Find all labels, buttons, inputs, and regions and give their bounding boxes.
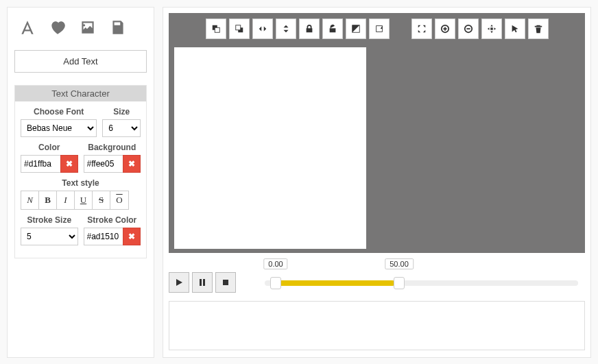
svg-rect-10 <box>223 280 228 285</box>
canvas-page[interactable] <box>174 47 366 249</box>
close-icon: ✖ <box>128 232 135 241</box>
timeline-controls <box>169 272 236 293</box>
send-back-button[interactable] <box>229 19 250 39</box>
clear-background-button[interactable]: ✖ <box>123 155 141 173</box>
style-overline-button[interactable]: O <box>110 191 128 209</box>
stroke-color-input[interactable] <box>84 228 123 245</box>
background-label: Background <box>84 143 141 152</box>
svg-rect-1 <box>215 27 219 32</box>
timeline-track[interactable]: 0.00 50.00 <box>265 260 578 294</box>
play-button[interactable] <box>169 272 189 293</box>
start-handle[interactable] <box>270 277 281 289</box>
move-button[interactable] <box>481 19 502 39</box>
text-tool-icon[interactable] <box>19 19 36 36</box>
text-style-label: Text style <box>21 178 141 188</box>
output-area[interactable] <box>169 301 585 350</box>
style-bold-button[interactable]: B <box>39 191 57 209</box>
font-select[interactable]: Bebas Neue <box>21 119 97 137</box>
pointer-button[interactable] <box>505 19 525 39</box>
save-icon[interactable] <box>109 19 127 36</box>
stroke-size-label: Stroke Size <box>21 215 78 225</box>
svg-rect-3 <box>235 25 240 30</box>
timeline: 0.00 50.00 <box>169 260 585 294</box>
flip-vertical-button[interactable] <box>276 19 296 39</box>
stroke-size-select[interactable]: 5 <box>21 228 78 245</box>
svg-rect-8 <box>200 279 202 286</box>
svg-rect-9 <box>203 279 205 286</box>
font-label: Choose Font <box>21 107 97 117</box>
expand-button[interactable] <box>411 19 432 39</box>
crop-button[interactable] <box>369 19 390 39</box>
text-character-panel: Text Character Choose Font Bebas Neue Si… <box>14 85 147 258</box>
end-time-label: 50.00 <box>385 258 414 269</box>
stop-button[interactable] <box>215 272 236 293</box>
canvas-toolbar <box>169 19 585 39</box>
color-input[interactable] <box>21 155 60 173</box>
size-select[interactable]: 6 <box>102 119 141 137</box>
clear-stroke-color-button[interactable]: ✖ <box>123 228 141 245</box>
bring-front-button[interactable] <box>206 19 226 39</box>
clear-color-button[interactable]: ✖ <box>60 155 78 173</box>
panel-title: Text Character <box>15 86 146 101</box>
sidebar: Add Text Text Character Choose Font Beba… <box>7 7 154 358</box>
canvas-area[interactable] <box>169 13 585 253</box>
style-normal-button[interactable]: N <box>21 191 39 209</box>
style-italic-button[interactable]: I <box>57 191 75 209</box>
add-text-button[interactable]: Add Text <box>14 50 147 73</box>
size-label: Size <box>102 107 141 117</box>
toolbar-group-edit <box>411 19 549 39</box>
close-icon: ✖ <box>128 159 135 169</box>
heart-icon[interactable] <box>49 19 67 36</box>
stroke-color-label: Stroke Color <box>84 215 141 225</box>
start-time-label: 0.00 <box>263 258 287 269</box>
text-style-group: N B I U S O <box>21 191 129 210</box>
app-root: Add Text Text Character Choose Font Beba… <box>0 0 598 364</box>
delete-button[interactable] <box>528 19 549 39</box>
remove-button[interactable] <box>458 19 479 39</box>
flip-horizontal-button[interactable] <box>252 19 273 39</box>
close-icon: ✖ <box>66 159 73 169</box>
pause-button[interactable] <box>192 272 213 293</box>
add-button[interactable] <box>435 19 455 39</box>
background-input[interactable] <box>84 155 123 173</box>
track-fill <box>272 280 395 286</box>
toolbar-group-layer <box>206 19 390 39</box>
lock-button[interactable] <box>299 19 320 39</box>
color-label: Color <box>21 143 78 152</box>
end-handle[interactable] <box>394 277 405 289</box>
style-strike-button[interactable]: S <box>93 191 110 209</box>
sidebar-tool-tabs <box>14 14 147 46</box>
main-area: 0.00 50.00 <box>163 7 591 358</box>
image-icon[interactable] <box>79 19 97 36</box>
unlock-button[interactable] <box>322 19 343 39</box>
contrast-button[interactable] <box>346 19 366 39</box>
style-underline-button[interactable]: U <box>75 191 93 209</box>
